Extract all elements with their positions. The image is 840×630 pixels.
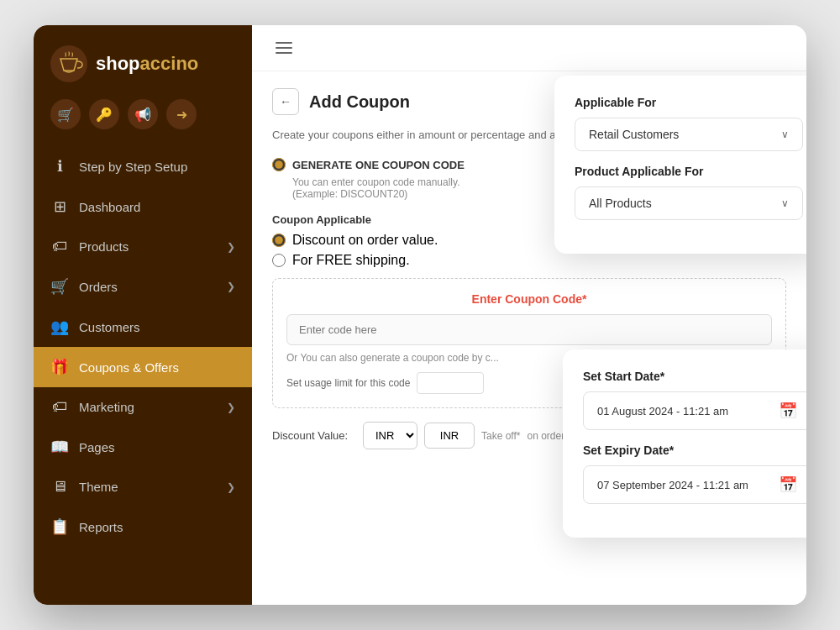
usage-limit-label: Set usage limit for this code bbox=[286, 377, 410, 389]
app-container: shopaccino 🛒 🔑 📢 ➜ ℹ Step by Step Setup … bbox=[34, 25, 806, 605]
pages-icon: 📖 bbox=[50, 438, 69, 456]
info-icon: ℹ bbox=[50, 157, 69, 176]
hamburger-line bbox=[276, 42, 292, 44]
main-content: ← Add Coupon Create your coupons either … bbox=[252, 25, 806, 605]
chevron-down-icon: ∨ bbox=[781, 197, 789, 209]
product-applicable-title: Product Applicable For bbox=[575, 165, 803, 178]
usage-limit-input[interactable] bbox=[417, 372, 484, 394]
sidebar-item-label: Orders bbox=[79, 280, 217, 294]
logo-icon bbox=[50, 45, 87, 82]
hamburger-button[interactable] bbox=[272, 39, 296, 57]
floating-card-dates: Set Start Date* 01 August 2024 - 11:21 a… bbox=[563, 349, 806, 538]
hamburger-line bbox=[276, 52, 292, 54]
logout-icon-btn[interactable]: ➜ bbox=[166, 99, 197, 129]
theme-icon: 🖥 bbox=[50, 478, 69, 496]
expiry-date-field[interactable]: 07 September 2024 - 11:21 am 📅 bbox=[583, 465, 806, 504]
start-date-title: Set Start Date* bbox=[583, 370, 806, 383]
chevron-down-icon: ∨ bbox=[781, 129, 789, 140]
free-shipping-radio: For FREE shipping. bbox=[272, 253, 786, 268]
discount-order-input[interactable] bbox=[272, 234, 286, 247]
sidebar-item-label: Theme bbox=[79, 480, 217, 494]
sidebar-item-label: Coupons & Offers bbox=[79, 360, 235, 375]
page-title: Add Coupon bbox=[309, 92, 410, 112]
sidebar-item-dashboard[interactable]: ⊞ Dashboard bbox=[34, 186, 252, 227]
sidebar-item-label: Dashboard bbox=[79, 200, 235, 214]
free-shipping-label: For FREE shipping. bbox=[292, 253, 410, 268]
generate-coupon-label: GENERATE ONE COUPON CODE bbox=[292, 159, 465, 171]
applicable-for-value: Retail Customers bbox=[589, 128, 679, 141]
coupon-code-title: Enter Coupon Code* bbox=[286, 292, 772, 306]
chevron-right-icon: ❯ bbox=[227, 481, 235, 493]
coupon-code-input[interactable] bbox=[286, 314, 772, 345]
megaphone-icon-btn[interactable]: 📢 bbox=[128, 99, 158, 129]
hamburger-line bbox=[276, 47, 292, 49]
sidebar-item-pages[interactable]: 📖 Pages bbox=[34, 427, 252, 467]
start-date-field[interactable]: 01 August 2024 - 11:21 am 📅 bbox=[583, 391, 806, 430]
product-applicable-value: All Products bbox=[589, 197, 652, 210]
sidebar-item-label: Marketing bbox=[79, 400, 217, 414]
discount-order-label: Discount on order value. bbox=[292, 233, 438, 248]
generate-coupon-input[interactable] bbox=[272, 158, 286, 171]
calendar-icon: 📅 bbox=[779, 475, 797, 494]
orders-icon: 🛒 bbox=[50, 277, 69, 296]
sidebar-item-customers[interactable]: 👥 Customers bbox=[34, 307, 252, 347]
cart-icon-btn[interactable]: 🛒 bbox=[50, 99, 81, 129]
customers-icon: 👥 bbox=[50, 318, 69, 336]
sidebar-item-label: Customers bbox=[79, 320, 235, 334]
calendar-icon: 📅 bbox=[779, 402, 797, 420]
sidebar-item-label: Reports bbox=[79, 520, 235, 534]
sidebar-item-theme[interactable]: 🖥 Theme ❯ bbox=[34, 467, 252, 507]
sidebar-item-orders[interactable]: 🛒 Orders ❯ bbox=[34, 266, 252, 307]
sidebar-item-label: Products bbox=[79, 239, 217, 254]
reports-icon: 📋 bbox=[50, 517, 69, 536]
currency-select[interactable]: INR bbox=[363, 422, 417, 449]
dashboard-icon: ⊞ bbox=[50, 197, 69, 216]
sidebar-item-reports[interactable]: 📋 Reports bbox=[34, 507, 252, 547]
key-icon-btn[interactable]: 🔑 bbox=[89, 99, 119, 129]
back-button[interactable]: ← bbox=[272, 88, 299, 115]
expiry-date-value: 07 September 2024 - 11:21 am bbox=[597, 479, 748, 491]
applicable-for-dropdown[interactable]: Retail Customers ∨ bbox=[575, 118, 803, 151]
marketing-icon: 🏷 bbox=[50, 398, 69, 416]
logo-text: shopaccino bbox=[96, 53, 198, 75]
gift-icon: 🎁 bbox=[50, 358, 69, 376]
free-shipping-input[interactable] bbox=[272, 254, 286, 267]
tag-icon: 🏷 bbox=[50, 238, 69, 255]
sidebar: shopaccino 🛒 🔑 📢 ➜ ℹ Step by Step Setup … bbox=[34, 25, 252, 605]
expiry-date-title: Set Expiry Date* bbox=[583, 444, 806, 457]
sidebar-item-label: Step by Step Setup bbox=[79, 160, 235, 174]
floating-card-applicable: Applicable For Retail Customers ∨ Produc… bbox=[554, 76, 806, 254]
take-off-label: Take off* bbox=[481, 430, 520, 442]
sidebar-item-coupons[interactable]: 🎁 Coupons & Offers bbox=[34, 347, 252, 387]
sidebar-item-marketing[interactable]: 🏷 Marketing ❯ bbox=[34, 387, 252, 427]
chevron-right-icon: ❯ bbox=[227, 402, 235, 413]
sidebar-quick-icons: 🛒 🔑 📢 ➜ bbox=[34, 99, 252, 146]
sidebar-item-products[interactable]: 🏷 Products ❯ bbox=[34, 227, 252, 266]
sidebar-item-label: Pages bbox=[79, 440, 235, 454]
start-date-value: 01 August 2024 - 11:21 am bbox=[597, 405, 728, 417]
sidebar-nav: ℹ Step by Step Setup ⊞ Dashboard 🏷 Produ… bbox=[34, 146, 252, 605]
product-applicable-dropdown[interactable]: All Products ∨ bbox=[575, 186, 803, 220]
chevron-right-icon: ❯ bbox=[227, 241, 235, 253]
sidebar-item-setup[interactable]: ℹ Step by Step Setup bbox=[34, 146, 252, 186]
applicable-for-title: Applicable For bbox=[575, 96, 803, 109]
discount-value-label: Discount Value: bbox=[272, 429, 356, 442]
main-header bbox=[252, 25, 806, 71]
chevron-right-icon: ❯ bbox=[227, 281, 235, 292]
discount-amount-input[interactable] bbox=[424, 423, 475, 449]
logo-area: shopaccino bbox=[34, 25, 252, 99]
